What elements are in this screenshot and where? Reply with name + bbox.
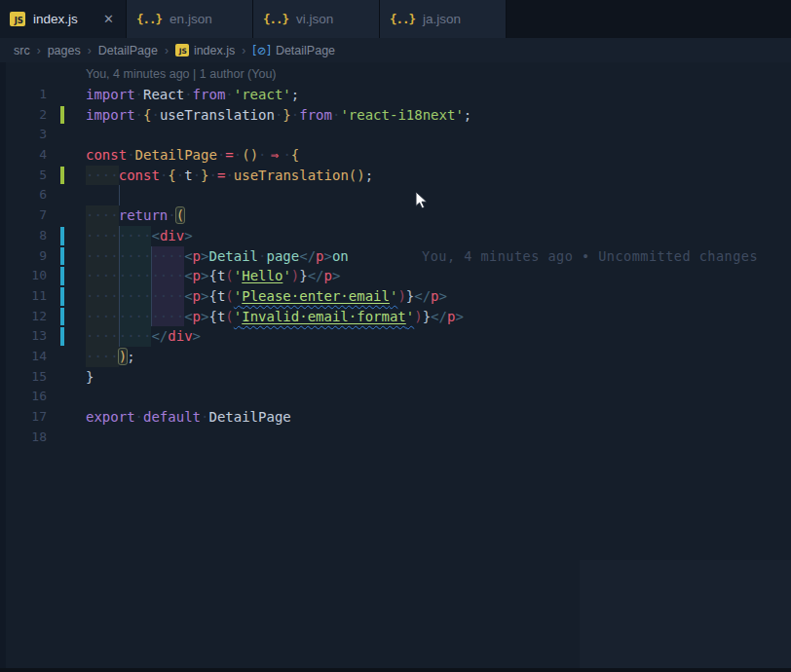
json-file-icon: {..}	[263, 12, 288, 26]
line-number: 14	[0, 347, 47, 367]
code-line[interactable]: 15}	[0, 367, 791, 388]
code-editor[interactable]: You, 4 minutes ago | 1 author (You) 1imp…	[0, 62, 791, 672]
code-lines: 1import·React·from·'react';2import·{·use…	[0, 85, 791, 447]
gutter-change-bar-modified[interactable]	[60, 287, 64, 306]
line-number: 3	[0, 125, 47, 145]
tab-index-js[interactable]: JS index.js ✕	[0, 0, 127, 38]
tab-label: vi.json	[296, 12, 333, 26]
js-file-icon: JS	[175, 44, 189, 56]
gutter-change-bar-modified[interactable]	[60, 267, 64, 285]
tab-label: en.json	[170, 12, 212, 26]
git-blame-annotation: You, 4 minutes ago • Uncommitted changes	[422, 246, 758, 267]
empty-panel-region	[580, 560, 791, 672]
gutter-change-bar-added[interactable]	[60, 167, 64, 185]
code-text: ············<p>{t('Hello')}</p>	[86, 266, 340, 286]
code-line[interactable]: 1import·React·from·'react';	[0, 85, 791, 105]
code-line[interactable]: 17export·default·DetailPage	[0, 407, 791, 428]
chevron-right-icon: ›	[165, 44, 169, 57]
window-bottom-edge	[0, 668, 791, 672]
indent-guide	[119, 185, 120, 205]
code-text: const·DetailPage·=·()·⇒·{	[86, 145, 299, 166]
chevron-right-icon: ›	[88, 44, 92, 57]
warning-squiggle: '	[234, 288, 242, 304]
code-line[interactable]: 12············<p>{t('Invalid·email·forma…	[0, 307, 791, 327]
close-icon[interactable]: ✕	[101, 12, 116, 26]
tab-vi-json[interactable]: {..} vi.json	[253, 0, 380, 38]
vscode-window: JS index.js ✕ {..} en.json {..} vi.json …	[0, 0, 791, 672]
breadcrumb-item-detailpage-symbol[interactable]: [⊘] DetailPage	[252, 44, 335, 57]
code-text: ····const·{·t·}·=·useTranslation();	[86, 166, 373, 186]
warning-squiggle: Invalid·email·format	[242, 309, 406, 324]
i18n-key-link[interactable]: Invalid·email·format	[242, 309, 406, 324]
code-text: }	[86, 367, 94, 388]
gutter-change-bar-modified[interactable]	[60, 227, 64, 245]
breadcrumb: src › pages › DetailPage › JS index.js ›…	[0, 38, 791, 62]
line-number: 8	[0, 226, 47, 246]
line-number: 7	[0, 205, 47, 226]
line-number: 16	[0, 387, 47, 407]
code-text: ············<p>{t('Invalid·email·format'…	[86, 307, 464, 327]
code-text: ············<p>Detail·page</p>on	[86, 246, 349, 267]
line-number: 15	[0, 367, 47, 388]
symbol-icon: [⊘]	[252, 44, 271, 57]
code-line[interactable]: 13········</div>	[0, 326, 791, 347]
gutter-change-bar-modified[interactable]	[60, 247, 64, 266]
json-file-icon: {..}	[136, 12, 162, 26]
code-line[interactable]: 8········<div>	[0, 226, 791, 246]
gutter-change-bar-added[interactable]	[60, 106, 64, 125]
code-line[interactable]: 3	[0, 125, 791, 145]
line-number: 6	[0, 185, 47, 205]
chevron-right-icon: ›	[242, 44, 245, 57]
code-line[interactable]: 7····return·(	[0, 205, 791, 226]
breadcrumb-label: index.js	[194, 44, 235, 57]
mouse-pointer	[415, 191, 428, 213]
code-text: import·{·useTranslation·}·from·'react-i1…	[86, 105, 471, 126]
line-number: 12	[0, 307, 47, 327]
code-text: ········</div>	[86, 326, 201, 347]
line-number: 11	[0, 286, 47, 307]
code-line[interactable]: 10············<p>{t('Hello')}</p>	[0, 266, 791, 286]
code-line[interactable]: 16	[0, 387, 791, 407]
code-line[interactable]: 14····);	[0, 347, 791, 367]
code-line[interactable]: 4const·DetailPage·=·()·⇒·{	[0, 145, 791, 166]
line-number: 2	[0, 105, 47, 126]
codelens-annotation[interactable]: You, 4 minutes ago | 1 author (You)	[0, 62, 791, 85]
line-number: 18	[0, 428, 47, 448]
code-text: ····);	[86, 347, 135, 367]
code-line[interactable]: 5····const·{·t·}·=·useTranslation();	[0, 166, 791, 186]
tab-bar: JS index.js ✕ {..} en.json {..} vi.json …	[0, 0, 791, 38]
line-number: 13	[0, 326, 47, 347]
code-text: ········<div>	[86, 226, 193, 246]
line-number: 5	[0, 166, 47, 186]
code-line[interactable]: 11············<p>{t('Please·enter·email'…	[0, 286, 791, 307]
line-number: 17	[0, 407, 47, 428]
chevron-right-icon: ›	[37, 44, 41, 57]
warning-squiggle: '	[234, 309, 242, 324]
code-text: import·React·from·'react';	[86, 85, 299, 105]
warning-squiggle: Please·enter·email	[242, 288, 390, 304]
line-number: 9	[0, 246, 47, 267]
gutter-change-bar-modified[interactable]	[60, 327, 64, 346]
line-number: 10	[0, 266, 47, 286]
gutter-change-bar-modified[interactable]	[60, 308, 64, 326]
warning-squiggle: '	[406, 309, 414, 324]
tab-label: ja.json	[423, 12, 461, 26]
code-line[interactable]: 9············<p>Detail·page</p>onYou, 4 …	[0, 246, 791, 267]
code-line[interactable]: 2import·{·useTranslation·}·from·'react-i…	[0, 105, 791, 126]
tab-en-json[interactable]: {..} en.json	[127, 0, 253, 38]
line-number: 4	[0, 145, 47, 166]
json-file-icon: {..}	[390, 12, 415, 26]
code-line[interactable]: 6	[0, 185, 791, 205]
code-text: ············<p>{t('Please·enter·email')}…	[86, 286, 447, 307]
breadcrumb-item-detailpage-folder[interactable]: DetailPage	[98, 44, 158, 57]
code-line[interactable]: 18	[0, 428, 791, 448]
breadcrumb-item-index-js[interactable]: JS index.js	[175, 44, 235, 57]
i18n-key-link[interactable]: Please·enter·email	[242, 288, 390, 304]
i18n-key-link[interactable]: Hello	[242, 268, 282, 283]
breadcrumb-item-src[interactable]: src	[14, 44, 30, 57]
breadcrumb-item-pages[interactable]: pages	[48, 44, 81, 57]
tab-ja-json[interactable]: {..} ja.json	[380, 0, 507, 38]
code-text: ····return·(	[86, 205, 184, 226]
breadcrumb-label: DetailPage	[276, 44, 335, 57]
tab-bar-empty-space	[507, 0, 791, 38]
